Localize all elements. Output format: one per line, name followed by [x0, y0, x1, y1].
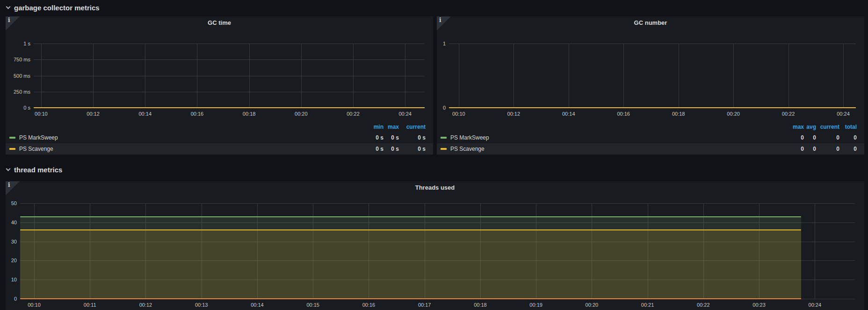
- x-tick-label: 00:20: [727, 111, 740, 117]
- x-axis: 00:1000:1200:1400:1600:1800:2000:2200:24: [34, 111, 425, 118]
- h-gridline: [34, 44, 425, 44]
- legend-header-cell-current[interactable]: current: [816, 124, 839, 130]
- y-tick-label: 0: [6, 295, 17, 302]
- h-gridline: [449, 44, 856, 44]
- legend-value: 0: [816, 134, 839, 141]
- x-tick-label: 00:22: [782, 111, 795, 117]
- legend-value: 0: [804, 146, 816, 152]
- y-axis: 1 s750 ms500 ms250 ms0 s: [6, 44, 30, 108]
- y-tick-label: 250 ms: [6, 89, 30, 95]
- panel-info-corner[interactable]: i: [6, 181, 20, 195]
- x-tick-label: 00:21: [641, 302, 654, 308]
- legend-row: PS Scavenge0 s0 s0 s: [6, 143, 433, 155]
- v-gridline: [514, 44, 514, 108]
- series-line: [20, 216, 801, 217]
- plot-area: [20, 203, 855, 299]
- legend-value: 0 s: [362, 134, 383, 141]
- y-tick-label: 20: [6, 257, 17, 264]
- panel-title-gc-number[interactable]: GC number: [437, 19, 864, 26]
- legend-value: 0 s: [383, 146, 399, 152]
- x-tick-label: 00:10: [452, 111, 465, 117]
- h-gridline: [34, 59, 425, 60]
- x-tick-label: 00:11: [84, 302, 96, 308]
- legend-series: PS MarkSweep: [441, 134, 785, 141]
- legend-series-name[interactable]: PS Scavenge: [19, 146, 53, 152]
- legend-series: PS MarkSweep: [9, 134, 362, 141]
- x-tick-label: 00:18: [243, 111, 256, 117]
- x-tick-label: 00:23: [752, 302, 766, 308]
- panel-gc-number: i GC number 1000:1000:1200:1400:1600:180…: [437, 16, 864, 155]
- y-tick-label: 750 ms: [6, 56, 30, 63]
- legend-value: 0: [785, 146, 804, 152]
- v-gridline: [679, 44, 679, 108]
- h-gridline: [34, 92, 425, 92]
- x-tick-label: 00:19: [529, 302, 542, 308]
- x-tick-label: 00:10: [35, 111, 48, 117]
- legend-table: maxavgcurrenttotalPS MarkSweep0000PS Sca…: [437, 122, 864, 155]
- panel-info-corner[interactable]: i: [437, 16, 451, 30]
- legend-row: PS MarkSweep0000: [437, 132, 864, 143]
- legend-color-marker: [9, 137, 15, 139]
- chevron-down-icon: [6, 5, 11, 9]
- panel-title-threads-used[interactable]: Threads used: [6, 184, 864, 191]
- series-line: [20, 298, 801, 299]
- panel-title-gc-time[interactable]: GC time: [6, 19, 433, 26]
- legend-table: minmaxcurrentPS MarkSweep0 s0 s0 sPS Sca…: [6, 122, 433, 155]
- y-axis: 10: [437, 44, 446, 108]
- legend-series-name[interactable]: PS Scavenge: [450, 146, 485, 152]
- v-gridline: [197, 44, 197, 108]
- x-tick-label: 00:24: [809, 302, 822, 308]
- v-gridline: [301, 44, 302, 108]
- x-tick-label: 00:14: [138, 111, 152, 117]
- legend-row: PS Scavenge0000: [437, 143, 864, 155]
- legend-header-cell-min[interactable]: min: [362, 124, 383, 130]
- section-header-garbage-collector-metrics[interactable]: garbage collector metrics: [7, 4, 100, 12]
- legend-header-cell-max[interactable]: max: [785, 124, 804, 130]
- x-tick-label: 00:17: [418, 302, 431, 308]
- legend-value: 0: [785, 134, 804, 141]
- legend-header-cell-avg[interactable]: avg: [804, 124, 816, 130]
- section-title: thread metrics: [14, 166, 62, 174]
- x-tick-label: 00:18: [474, 302, 487, 308]
- legend-color-marker: [441, 148, 447, 150]
- v-gridline: [843, 44, 844, 108]
- x-tick-label: 00:24: [398, 111, 412, 117]
- panel-row-gc: i GC time 1 s750 ms500 ms250 ms0 s00:100…: [6, 16, 864, 155]
- y-tick-label: 50: [6, 200, 17, 207]
- legend-value: 0 s: [362, 146, 383, 152]
- series-line: [449, 107, 856, 108]
- legend-value: 0 s: [399, 146, 426, 152]
- x-tick-label: 00:10: [28, 302, 41, 308]
- legend-header-row: maxavgcurrenttotal: [437, 122, 864, 132]
- legend-color-marker: [9, 148, 15, 150]
- legend-value: 0: [804, 134, 816, 141]
- section-title: garbage collector metrics: [14, 4, 100, 12]
- x-tick-label: 00:14: [562, 111, 575, 117]
- grafana-dashboard: garbage collector metrics i GC time 1 s7…: [0, 0, 868, 310]
- x-tick-label: 00:22: [697, 302, 710, 308]
- v-gridline: [815, 203, 815, 299]
- v-gridline: [405, 44, 405, 108]
- v-gridline: [249, 44, 250, 108]
- legend-header-cell-max[interactable]: max: [383, 124, 399, 130]
- panel-info-corner[interactable]: i: [6, 16, 20, 30]
- y-tick-label: 1 s: [6, 40, 30, 47]
- x-tick-label: 00:18: [672, 111, 685, 117]
- legend-value: 0 s: [383, 134, 399, 141]
- x-tick-label: 00:16: [362, 302, 376, 308]
- x-tick-label: 00:16: [617, 111, 630, 117]
- section-header-thread-metrics[interactable]: thread metrics: [7, 166, 62, 174]
- legend-series-name[interactable]: PS MarkSweep: [450, 134, 489, 141]
- v-gridline: [569, 44, 569, 108]
- series-line: [20, 229, 801, 230]
- panel-gc-time: i GC time 1 s750 ms500 ms250 ms0 s00:100…: [6, 16, 433, 155]
- plot-area: [34, 44, 425, 108]
- legend-value: 0 s: [399, 134, 426, 141]
- info-icon: i: [439, 17, 441, 23]
- legend-series-name[interactable]: PS MarkSweep: [19, 134, 58, 141]
- legend-header-cell-total[interactable]: total: [839, 124, 857, 130]
- x-tick-label: 00:22: [347, 111, 360, 117]
- y-axis: 50403020100: [6, 203, 17, 299]
- legend-header-cell-current[interactable]: current: [399, 124, 426, 130]
- series-line: [34, 107, 425, 108]
